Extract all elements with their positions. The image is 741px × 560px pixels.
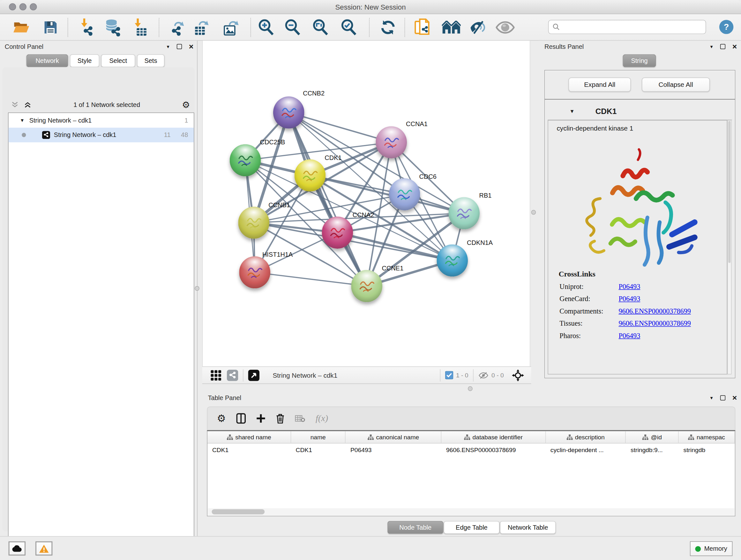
- tab-network[interactable]: Network: [26, 54, 68, 67]
- memory-button[interactable]: Memory: [690, 542, 732, 556]
- delete-column-trash-icon[interactable]: [276, 414, 285, 423]
- import-network-file-button[interactable]: [77, 18, 95, 37]
- tab-sets[interactable]: Sets: [137, 54, 164, 67]
- collapse-all-icon[interactable]: [11, 101, 19, 109]
- close-panel-icon[interactable]: ✕: [189, 43, 194, 50]
- crosslink-tissues-link[interactable]: 9606.ENSP00000378699: [618, 320, 690, 327]
- hidden-eye-icon[interactable]: [478, 371, 489, 379]
- results-splitter-handle[interactable]: [531, 210, 536, 215]
- collapse-panel-icon[interactable]: ▼: [710, 44, 714, 49]
- tab-style[interactable]: Style: [70, 54, 99, 67]
- export-image-button[interactable]: [222, 18, 241, 37]
- string-query-button[interactable]: [413, 18, 431, 37]
- table-row[interactable]: CDK1CDK1P064939606.ENSP00000378699cyclin…: [207, 443, 735, 456]
- zoom-out-button[interactable]: [283, 18, 302, 37]
- open-session-button[interactable]: [12, 18, 30, 37]
- float-panel-icon[interactable]: [720, 44, 725, 49]
- save-session-button[interactable]: [41, 18, 60, 37]
- crosslink-uniprot-link[interactable]: P06493: [618, 283, 640, 291]
- network-collection-row[interactable]: ▼ String Network – cdk1 1: [9, 113, 194, 128]
- close-panel-icon[interactable]: ✕: [732, 43, 737, 50]
- column-header-name[interactable]: name: [291, 431, 346, 443]
- collapse-panel-icon[interactable]: ▼: [710, 395, 714, 400]
- zoom-selected-button[interactable]: [339, 18, 358, 37]
- cloud-status-button[interactable]: [9, 542, 25, 556]
- horizontal-splitter-handle[interactable]: [468, 386, 473, 391]
- network-node-CCNE1[interactable]: [351, 270, 382, 302]
- table-settings-gear-icon[interactable]: ⚙: [217, 413, 226, 424]
- show-columns-icon[interactable]: [236, 413, 246, 424]
- network-node-CCNB1[interactable]: [238, 206, 269, 239]
- gene-section-header[interactable]: ▼ CDK1: [548, 103, 732, 120]
- network-edge-CCNB2-CCNE1[interactable]: [289, 112, 367, 286]
- float-panel-icon[interactable]: [177, 44, 182, 49]
- share-view-icon[interactable]: [227, 369, 239, 381]
- string-home-button[interactable]: [442, 18, 461, 37]
- open-in-window-icon[interactable]: [248, 369, 259, 381]
- enhanced-graphics-button[interactable]: [469, 18, 488, 37]
- results-scrollbar[interactable]: [727, 120, 731, 374]
- export-table-button[interactable]: [192, 18, 211, 37]
- network-node-CDK1[interactable]: [294, 159, 326, 192]
- tree-expander-icon[interactable]: ▼: [20, 118, 24, 123]
- table-cell[interactable]: cyclin-dependent ...: [546, 446, 626, 453]
- table-cell[interactable]: P06493: [346, 446, 441, 453]
- crosslink-genecard-link[interactable]: P06493: [618, 295, 640, 303]
- zoom-in-button[interactable]: [257, 18, 275, 37]
- column-header-shared-name[interactable]: shared name: [207, 431, 291, 443]
- expand-all-button[interactable]: Expand All: [568, 78, 630, 91]
- network-node-CCNA2[interactable]: [322, 216, 353, 249]
- search-input[interactable]: [563, 23, 702, 31]
- expand-all-icon[interactable]: [23, 101, 31, 109]
- network-node-CDKN1A[interactable]: [436, 245, 468, 277]
- table-cell[interactable]: stringdb:9...: [626, 446, 679, 453]
- birdseye-grid-icon[interactable]: [211, 370, 221, 381]
- network-node-HIST1H1A[interactable]: [239, 256, 270, 289]
- table-horizontal-scrollbar[interactable]: [208, 508, 735, 515]
- column-header-description[interactable]: description: [546, 431, 626, 443]
- column-header-namespac[interactable]: namespac: [679, 431, 735, 443]
- table-cell[interactable]: CDK1: [291, 446, 346, 453]
- network-row[interactable]: String Network – cdk1 11 48: [9, 128, 194, 142]
- tab-edge-table[interactable]: Edge Table: [444, 521, 500, 534]
- tab-network-table[interactable]: Network Table: [500, 521, 556, 534]
- add-column-icon[interactable]: [256, 414, 266, 423]
- table-cell[interactable]: stringdb: [679, 446, 735, 453]
- network-node-RB1[interactable]: [448, 197, 480, 230]
- collapse-panel-icon[interactable]: ▼: [166, 44, 170, 49]
- network-edge-HIST1H1A-CCNE1[interactable]: [255, 272, 367, 286]
- function-builder-icon[interactable]: f(x): [316, 413, 328, 424]
- column-header-canonical-name[interactable]: canonical name: [346, 431, 441, 443]
- crosslink-pharos-link[interactable]: P06493: [618, 332, 640, 340]
- apply-layout-button[interactable]: [379, 18, 397, 37]
- selected-checkbox-icon[interactable]: [445, 371, 453, 379]
- table-cell[interactable]: CDK1: [207, 446, 291, 453]
- network-canvas[interactable]: CCNB2CCNA1CDC25BCDK1CDC6RB1CCNB1CCNA2CDK…: [202, 41, 530, 366]
- table-cell[interactable]: 9606.ENSP00000378699: [441, 446, 546, 453]
- tab-string[interactable]: String: [623, 54, 656, 67]
- show-graphics-details-button[interactable]: [495, 18, 515, 37]
- warning-status-button[interactable]: [36, 542, 52, 556]
- zoom-fit-button[interactable]: [311, 18, 330, 37]
- import-table-button[interactable]: [130, 18, 148, 37]
- collapse-all-button[interactable]: Collapse All: [642, 78, 710, 91]
- export-network-button[interactable]: [168, 18, 187, 37]
- tab-node-table[interactable]: Node Table: [387, 521, 443, 534]
- help-button[interactable]: ?: [719, 20, 733, 34]
- import-network-from-database-button[interactable]: [104, 18, 122, 37]
- network-node-CCNA1[interactable]: [376, 126, 407, 159]
- crosslink-compartments-link[interactable]: 9606.ENSP00000378699: [618, 307, 690, 315]
- network-node-CDC25B[interactable]: [230, 144, 261, 177]
- network-node-CDC6[interactable]: [389, 178, 420, 210]
- section-expander-icon[interactable]: ▼: [569, 108, 575, 114]
- tab-select[interactable]: Select: [101, 54, 135, 67]
- close-panel-icon[interactable]: ✕: [732, 394, 737, 401]
- fit-selected-crosshair-icon[interactable]: [511, 368, 524, 381]
- column-header--id[interactable]: @id: [626, 431, 679, 443]
- network-node-CCNB2[interactable]: [273, 97, 305, 129]
- gear-icon[interactable]: ⚙: [182, 99, 190, 110]
- delete-table-icon[interactable]: [295, 414, 306, 423]
- vertical-splitter-handle[interactable]: [195, 286, 199, 291]
- column-header-database-identifier[interactable]: database identifier: [441, 431, 546, 443]
- float-panel-icon[interactable]: [720, 395, 725, 400]
